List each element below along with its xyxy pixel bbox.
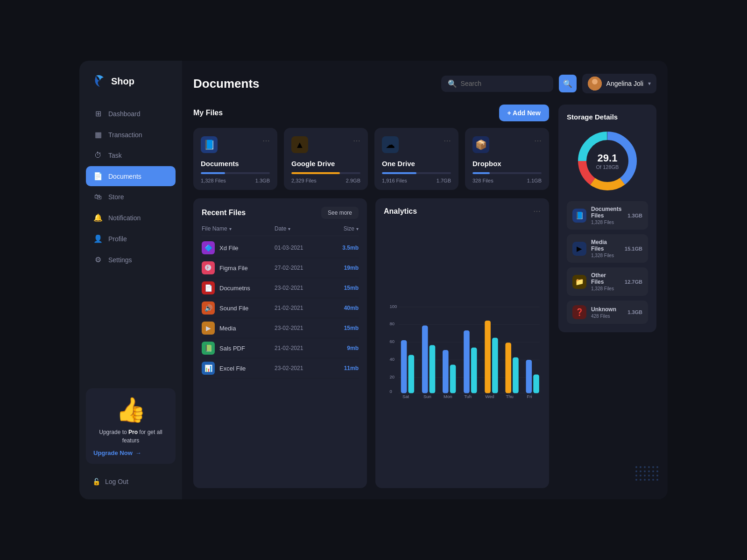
analytics-more-button[interactable]: ⋯ bbox=[533, 207, 541, 216]
sidebar-item-transaction[interactable]: ▦ Transaction bbox=[86, 125, 176, 145]
sidebar-label-dashboard: Dashboard bbox=[108, 110, 141, 118]
search-input[interactable] bbox=[461, 80, 547, 87]
file-row-size: 11mb bbox=[321, 365, 359, 371]
documents-progress-bar bbox=[201, 172, 270, 174]
media-files-icon: ▶ bbox=[572, 242, 586, 256]
file-card-documents[interactable]: 📘 ⋯ Documents 1,328 Files 1.3GB bbox=[193, 128, 277, 190]
other-files-info: Other Files 1,328 Files bbox=[591, 272, 620, 291]
svg-text:Wed: Wed bbox=[485, 394, 494, 399]
dropbox-meta: 328 Files 1.1GB bbox=[472, 178, 542, 183]
file-row[interactable]: 📊 Excel File 23-02-2021 11mb bbox=[202, 358, 359, 378]
file-row[interactable]: 🔊 Sound File 21-02-2021 40mb bbox=[202, 298, 359, 318]
gdrive-more-button[interactable]: ⋯ bbox=[353, 136, 360, 145]
other-files-name: Other Files bbox=[591, 272, 620, 285]
upgrade-now-button[interactable]: Upgrade Now → bbox=[93, 449, 141, 456]
file-card-header-gdrive: ▲ ⋯ bbox=[291, 136, 360, 153]
dropbox-progress-bar bbox=[472, 172, 542, 174]
storage-item-documents: 📘 Documents Files 1,328 Files 1.3GB bbox=[567, 201, 648, 230]
unknown-files-info: Unknown 428 Files bbox=[591, 306, 623, 319]
svg-rect-21 bbox=[464, 330, 470, 393]
sidebar-item-notification[interactable]: 🔔 Notification bbox=[86, 208, 176, 228]
storage-item-other: 📁 Other Files 1,328 Files 12.7GB bbox=[567, 267, 648, 296]
my-files-section: My Files + Add New 📘 ⋯ Documents bbox=[193, 105, 549, 190]
onedrive-progress-fill bbox=[382, 172, 416, 174]
other-files-icon: 📁 bbox=[572, 275, 586, 289]
svg-rect-18 bbox=[430, 345, 436, 393]
file-row[interactable]: 📄 Documetns 23-02-2021 15mb bbox=[202, 278, 359, 298]
search-icon: 🔍 bbox=[563, 79, 572, 88]
docs-files-count: 1,328 Files bbox=[591, 220, 623, 225]
file-row-date: 23-02-2021 bbox=[275, 365, 321, 371]
dropbox-files-count: 328 Files bbox=[472, 178, 493, 183]
media-files-info: Media Files 1,328 Files bbox=[591, 239, 620, 258]
file-row-name: 📄 Documetns bbox=[202, 281, 275, 294]
sidebar: Shop ⊞ Dashboard ▦ Transaction ⏱ Task 📄 … bbox=[79, 61, 182, 499]
file-card-header-dropbox: 📦 ⋯ bbox=[472, 136, 542, 153]
file-row-size: 9mb bbox=[321, 345, 359, 351]
main-content: Documents 🔍 🔍 bbox=[182, 61, 668, 499]
file-row-date: 01-03-2021 bbox=[275, 245, 321, 251]
bottom-row: Recent Files See more File Name ▾ Date ▾ bbox=[193, 198, 549, 488]
file-row[interactable]: 🅕 Figma File 27-02-2021 19mb bbox=[202, 258, 359, 278]
gdrive-meta: 2,329 Files 2.9GB bbox=[291, 178, 360, 183]
sidebar-label-settings: Settings bbox=[108, 256, 132, 264]
add-new-button[interactable]: + Add New bbox=[499, 105, 549, 121]
file-row-date: 21-02-2021 bbox=[275, 305, 321, 311]
documents-progress-fill bbox=[201, 172, 225, 174]
gdrive-files-count: 2,329 Files bbox=[291, 178, 317, 183]
nav-list: ⊞ Dashboard ▦ Transaction ⏱ Task 📄 Docum… bbox=[79, 104, 182, 381]
file-card-gdrive[interactable]: ▲ ⋯ Google Drive 2,329 Files 2.9GB bbox=[284, 128, 368, 190]
docs-files-icon: 📘 bbox=[572, 209, 586, 223]
add-icon: + Add New bbox=[507, 109, 541, 117]
svg-text:80: 80 bbox=[390, 322, 395, 327]
file-row[interactable]: ▶ Media 23-02-2021 15mb bbox=[202, 318, 359, 338]
storage-item-unknown: ❓ Unknown 428 Files 1.3GB bbox=[567, 301, 648, 324]
left-panel: My Files + Add New 📘 ⋯ Documents bbox=[193, 105, 549, 488]
dropbox-card-name: Dropbox bbox=[472, 160, 542, 168]
svg-text:20: 20 bbox=[390, 374, 395, 379]
onedrive-more-button[interactable]: ⋯ bbox=[444, 136, 451, 145]
sidebar-item-documents[interactable]: 📄 Documents bbox=[86, 166, 176, 186]
documents-card-icon: 📘 bbox=[201, 136, 218, 153]
file-card-dropbox[interactable]: 📦 ⋯ Dropbox 328 Files 1.1GB bbox=[465, 128, 549, 190]
analytics-title: Analytics bbox=[384, 207, 417, 216]
user-name: Angelina Joli bbox=[606, 80, 643, 87]
dropbox-more-button[interactable]: ⋯ bbox=[534, 136, 542, 145]
svg-text:0: 0 bbox=[390, 389, 392, 394]
my-files-header: My Files + Add New bbox=[193, 105, 549, 121]
col-size: Size ▾ bbox=[321, 225, 359, 232]
donut-center: 29.1 Of 128GB bbox=[596, 152, 619, 170]
logout-button[interactable]: 🔓 Log Out bbox=[79, 473, 182, 490]
user-badge[interactable]: Angelina Joli ▾ bbox=[582, 74, 656, 93]
gdrive-progress-bar bbox=[291, 172, 360, 174]
store-icon: 🛍 bbox=[93, 193, 103, 201]
sidebar-item-profile[interactable]: 👤 Profile bbox=[86, 229, 176, 249]
sidebar-item-dashboard[interactable]: ⊞ Dashboard bbox=[86, 104, 176, 124]
sidebar-item-task[interactable]: ⏱ Task bbox=[86, 146, 176, 165]
onedrive-card-icon: ☁ bbox=[382, 136, 399, 153]
gdrive-progress-fill bbox=[291, 172, 340, 174]
media-files-size: 15.1GB bbox=[625, 246, 642, 252]
unknown-files-size: 1.3GB bbox=[627, 309, 642, 315]
storage-card: Storage Details bbox=[558, 105, 656, 332]
file-row[interactable]: 🔷 Xd File 01-03-2021 3.5mb bbox=[202, 238, 359, 258]
other-files-count: 1,328 Files bbox=[591, 286, 620, 291]
svg-rect-27 bbox=[526, 360, 532, 393]
svg-text:Tuh: Tuh bbox=[464, 394, 472, 399]
documents-card-name: Documents bbox=[201, 160, 270, 168]
sidebar-item-settings[interactable]: ⚙ Settings bbox=[86, 250, 176, 270]
sidebar-item-store[interactable]: 🛍 Store bbox=[86, 187, 176, 207]
file-row-name: 📗 Sals PDF bbox=[202, 342, 275, 355]
svg-rect-17 bbox=[422, 326, 428, 393]
file-card-onedrive[interactable]: ☁ ⋯ One Drive 1,916 Files 1.7GB bbox=[374, 128, 458, 190]
documents-more-button[interactable]: ⋯ bbox=[262, 136, 270, 145]
file-row-date: 21-02-2021 bbox=[275, 345, 321, 351]
file-row-name: ▶ Media bbox=[202, 322, 275, 335]
search-button[interactable]: 🔍 bbox=[559, 75, 577, 92]
svg-rect-28 bbox=[533, 375, 539, 393]
upgrade-btn-label: Upgrade Now bbox=[93, 449, 133, 456]
analytics-panel: Analytics ⋯ 100 80 60 40 20 0 bbox=[375, 198, 549, 488]
see-more-button[interactable]: See more bbox=[321, 207, 359, 219]
file-row[interactable]: 📗 Sals PDF 21-02-2021 9mb bbox=[202, 338, 359, 358]
sidebar-label-profile: Profile bbox=[108, 235, 127, 243]
